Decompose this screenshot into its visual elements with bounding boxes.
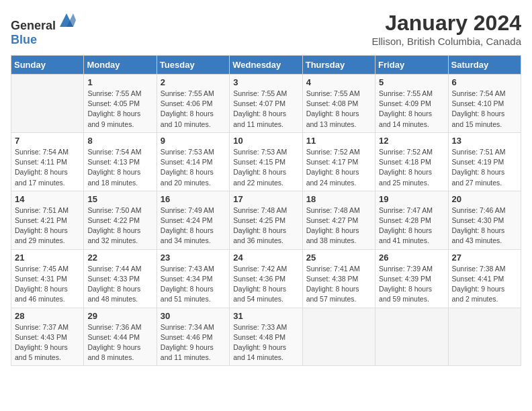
day-number: 10 — [233, 136, 298, 146]
day-info: Sunrise: 7:39 AMSunset: 4:39 PMDaylight:… — [379, 264, 444, 305]
day-cell: 31Sunrise: 7:33 AMSunset: 4:48 PMDayligh… — [230, 308, 302, 366]
calendar-table: SundayMondayTuesdayWednesdayThursdayFrid… — [11, 55, 521, 366]
day-info: Sunrise: 7:36 AMSunset: 4:44 PMDaylight:… — [87, 322, 152, 363]
day-info: Sunrise: 7:49 AMSunset: 4:24 PMDaylight:… — [161, 205, 226, 246]
day-number: 8 — [87, 136, 152, 146]
day-info: Sunrise: 7:50 AMSunset: 4:22 PMDaylight:… — [87, 205, 152, 246]
day-info: Sunrise: 7:52 AMSunset: 4:17 PMDaylight:… — [306, 147, 371, 188]
day-cell: 6Sunrise: 7:54 AMSunset: 4:10 PMDaylight… — [448, 75, 521, 133]
header-sunday: Sunday — [11, 56, 84, 75]
logo-blue: Blue — [11, 33, 37, 46]
day-cell: 8Sunrise: 7:54 AMSunset: 4:13 PMDaylight… — [84, 132, 157, 191]
day-cell: 4Sunrise: 7:55 AMSunset: 4:08 PMDaylight… — [302, 75, 375, 133]
day-info: Sunrise: 7:54 AMSunset: 4:13 PMDaylight:… — [87, 147, 152, 188]
day-number: 23 — [161, 253, 226, 263]
day-number: 3 — [233, 77, 298, 87]
day-cell: 24Sunrise: 7:42 AMSunset: 4:36 PMDayligh… — [230, 249, 302, 308]
week-row-3: 14Sunrise: 7:51 AMSunset: 4:21 PMDayligh… — [11, 191, 521, 249]
day-number: 16 — [161, 194, 226, 204]
day-cell: 20Sunrise: 7:46 AMSunset: 4:30 PMDayligh… — [448, 191, 521, 249]
day-info: Sunrise: 7:38 AMSunset: 4:41 PMDaylight:… — [452, 264, 517, 305]
day-info: Sunrise: 7:51 AMSunset: 4:19 PMDaylight:… — [452, 147, 517, 188]
header-saturday: Saturday — [448, 56, 521, 75]
day-info: Sunrise: 7:34 AMSunset: 4:46 PMDaylight:… — [161, 322, 226, 363]
day-cell — [11, 75, 84, 133]
day-cell: 3Sunrise: 7:55 AMSunset: 4:07 PMDaylight… — [230, 75, 302, 133]
day-info: Sunrise: 7:55 AMSunset: 4:06 PMDaylight:… — [161, 89, 226, 130]
day-cell: 2Sunrise: 7:55 AMSunset: 4:06 PMDaylight… — [157, 75, 229, 133]
day-number: 14 — [15, 194, 80, 204]
day-number: 12 — [379, 136, 444, 146]
day-number: 27 — [452, 253, 517, 263]
day-number: 20 — [452, 194, 517, 204]
day-info: Sunrise: 7:53 AMSunset: 4:14 PMDaylight:… — [161, 147, 226, 188]
header-friday: Friday — [375, 56, 448, 75]
day-number: 18 — [306, 194, 371, 204]
day-number: 26 — [379, 253, 444, 263]
day-number: 22 — [87, 253, 152, 263]
day-cell: 17Sunrise: 7:48 AMSunset: 4:25 PMDayligh… — [230, 191, 302, 249]
day-cell: 13Sunrise: 7:51 AMSunset: 4:19 PMDayligh… — [448, 132, 521, 191]
day-cell: 14Sunrise: 7:51 AMSunset: 4:21 PMDayligh… — [11, 191, 84, 249]
day-cell: 1Sunrise: 7:55 AMSunset: 4:05 PMDaylight… — [84, 75, 157, 133]
day-cell: 25Sunrise: 7:41 AMSunset: 4:38 PMDayligh… — [302, 249, 375, 308]
day-cell: 30Sunrise: 7:34 AMSunset: 4:46 PMDayligh… — [157, 308, 229, 366]
header-monday: Monday — [84, 56, 157, 75]
day-number: 17 — [233, 194, 298, 204]
day-cell: 9Sunrise: 7:53 AMSunset: 4:14 PMDaylight… — [157, 132, 229, 191]
logo: General Blue — [11, 11, 76, 47]
week-row-1: 1Sunrise: 7:55 AMSunset: 4:05 PMDaylight… — [11, 75, 521, 133]
day-cell: 22Sunrise: 7:44 AMSunset: 4:33 PMDayligh… — [84, 249, 157, 308]
day-info: Sunrise: 7:45 AMSunset: 4:31 PMDaylight:… — [15, 264, 80, 305]
day-info: Sunrise: 7:33 AMSunset: 4:48 PMDaylight:… — [233, 322, 298, 363]
day-cell: 19Sunrise: 7:47 AMSunset: 4:28 PMDayligh… — [375, 191, 448, 249]
day-info: Sunrise: 7:41 AMSunset: 4:38 PMDaylight:… — [306, 264, 371, 305]
day-cell: 15Sunrise: 7:50 AMSunset: 4:22 PMDayligh… — [84, 191, 157, 249]
day-info: Sunrise: 7:43 AMSunset: 4:34 PMDaylight:… — [161, 264, 226, 305]
day-info: Sunrise: 7:55 AMSunset: 4:09 PMDaylight:… — [379, 89, 444, 130]
day-number: 5 — [379, 77, 444, 87]
day-number: 24 — [233, 253, 298, 263]
day-cell: 23Sunrise: 7:43 AMSunset: 4:34 PMDayligh… — [157, 249, 229, 308]
day-cell — [448, 308, 521, 366]
day-number: 25 — [306, 253, 371, 263]
day-cell: 28Sunrise: 7:37 AMSunset: 4:43 PMDayligh… — [11, 308, 84, 366]
day-cell: 18Sunrise: 7:48 AMSunset: 4:27 PMDayligh… — [302, 191, 375, 249]
day-number: 2 — [161, 77, 226, 87]
location-subtitle: Ellison, British Columbia, Canada — [371, 36, 521, 47]
day-info: Sunrise: 7:42 AMSunset: 4:36 PMDaylight:… — [233, 264, 298, 305]
day-number: 13 — [452, 136, 517, 146]
title-area: January 2024 Ellison, British Columbia, … — [371, 11, 521, 47]
day-number: 7 — [15, 136, 80, 146]
day-cell — [375, 308, 448, 366]
day-cell: 16Sunrise: 7:49 AMSunset: 4:24 PMDayligh… — [157, 191, 229, 249]
day-info: Sunrise: 7:54 AMSunset: 4:11 PMDaylight:… — [15, 147, 80, 188]
day-number: 21 — [15, 253, 80, 263]
page-header: General Blue January 2024 Ellison, Briti… — [11, 11, 521, 47]
day-number: 15 — [87, 194, 152, 204]
day-number: 28 — [15, 311, 80, 321]
day-info: Sunrise: 7:53 AMSunset: 4:15 PMDaylight:… — [233, 147, 298, 188]
month-title: January 2024 — [371, 11, 521, 36]
header-tuesday: Tuesday — [157, 56, 229, 75]
day-info: Sunrise: 7:55 AMSunset: 4:05 PMDaylight:… — [87, 89, 152, 130]
day-info: Sunrise: 7:46 AMSunset: 4:30 PMDaylight:… — [452, 205, 517, 246]
day-cell: 7Sunrise: 7:54 AMSunset: 4:11 PMDaylight… — [11, 132, 84, 191]
day-info: Sunrise: 7:37 AMSunset: 4:43 PMDaylight:… — [15, 322, 80, 363]
header-thursday: Thursday — [302, 56, 375, 75]
day-number: 11 — [306, 136, 371, 146]
day-cell: 21Sunrise: 7:45 AMSunset: 4:31 PMDayligh… — [11, 249, 84, 308]
day-info: Sunrise: 7:55 AMSunset: 4:08 PMDaylight:… — [306, 89, 371, 130]
day-info: Sunrise: 7:54 AMSunset: 4:10 PMDaylight:… — [452, 89, 517, 130]
week-row-5: 28Sunrise: 7:37 AMSunset: 4:43 PMDayligh… — [11, 308, 521, 366]
day-number: 1 — [87, 77, 152, 87]
day-number: 9 — [161, 136, 226, 146]
day-cell: 10Sunrise: 7:53 AMSunset: 4:15 PMDayligh… — [230, 132, 302, 191]
day-info: Sunrise: 7:44 AMSunset: 4:33 PMDaylight:… — [87, 264, 152, 305]
day-info: Sunrise: 7:48 AMSunset: 4:27 PMDaylight:… — [306, 205, 371, 246]
day-number: 30 — [161, 311, 226, 321]
calendar-header-row: SundayMondayTuesdayWednesdayThursdayFrid… — [11, 56, 521, 75]
day-number: 6 — [452, 77, 517, 87]
logo-general: General — [11, 19, 56, 32]
day-info: Sunrise: 7:47 AMSunset: 4:28 PMDaylight:… — [379, 205, 444, 246]
